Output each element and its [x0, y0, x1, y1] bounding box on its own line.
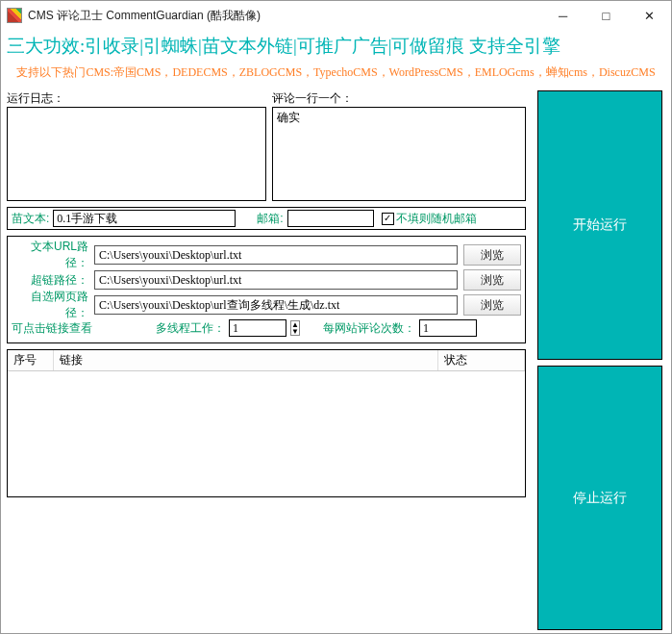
self-path-label: 自选网页路径：: [12, 289, 88, 321]
close-button[interactable]: ✕: [628, 1, 671, 30]
click-hint-label: 可点击链接查看: [12, 320, 94, 337]
comments-textarea[interactable]: 确实: [273, 108, 525, 200]
email-input[interactable]: [287, 210, 374, 227]
comments-label: 评论一行一个：: [272, 90, 526, 107]
persite-input[interactable]: [419, 319, 477, 337]
email-label: 邮箱:: [257, 211, 283, 227]
random-email-label: 不填则随机邮箱: [396, 211, 477, 227]
window-controls: ─ □ ✕: [541, 1, 671, 30]
miao-input[interactable]: [53, 210, 236, 227]
titlebar: CMS 评论卫士 CommentGuardian (酷我酷像) ─ □ ✕: [1, 1, 671, 30]
start-button[interactable]: 开始运行: [537, 90, 662, 360]
random-email-checkbox[interactable]: ✓: [382, 213, 394, 225]
app-icon: [7, 8, 22, 23]
col-link[interactable]: 链接: [54, 350, 438, 370]
url-path-input[interactable]: [94, 245, 458, 265]
link-path-input[interactable]: [94, 270, 458, 290]
paths-panel: 文本URL路径： 浏览 超链路径： 浏览 自选网页路径： 浏览 可点击链接查看 …: [7, 236, 526, 343]
threads-input[interactable]: [229, 319, 286, 337]
col-num[interactable]: 序号: [8, 350, 54, 370]
miao-label: 苗文本:: [12, 211, 49, 227]
persite-label: 每网站评论次数：: [323, 320, 415, 337]
stop-button[interactable]: 停止运行: [537, 366, 662, 630]
browse-self-button[interactable]: 浏览: [463, 294, 521, 316]
browse-url-button[interactable]: 浏览: [463, 244, 521, 266]
comments-box: 确实: [272, 107, 526, 201]
miao-email-row: 苗文本: 邮箱: ✓ 不填则随机邮箱: [7, 207, 526, 230]
threads-label: 多线程工作：: [156, 320, 225, 337]
log-textarea[interactable]: [8, 108, 265, 200]
window-title: CMS 评论卫士 CommentGuardian (酷我酷像): [28, 8, 261, 24]
link-path-label: 超链路径：: [12, 272, 88, 289]
self-path-input[interactable]: [94, 295, 458, 315]
col-status[interactable]: 状态: [438, 350, 525, 370]
maximize-button[interactable]: □: [585, 1, 628, 30]
url-path-label: 文本URL路径：: [12, 239, 88, 271]
banner-cms-list: 支持以下热门CMS:帝国CMS，DEDECMS，ZBLOGCMS，Typecho…: [7, 64, 665, 81]
browse-link-button[interactable]: 浏览: [463, 269, 521, 291]
table-header: 序号 链接 状态: [8, 350, 525, 371]
log-label: 运行日志：: [7, 90, 266, 107]
results-table: 序号 链接 状态: [7, 349, 526, 497]
minimize-button[interactable]: ─: [541, 1, 585, 30]
threads-down-icon[interactable]: ▼: [291, 328, 299, 335]
banner-features: 三大功效:引收录|引蜘蛛|苗文本外链|可推广广告|可做留痕 支持全引擎: [7, 34, 665, 59]
log-box: [7, 107, 266, 201]
